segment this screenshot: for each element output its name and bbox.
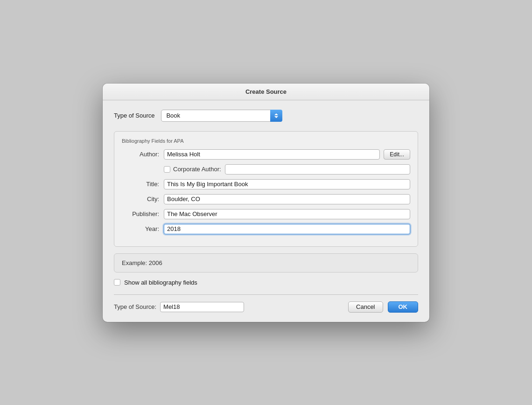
show-all-checkbox[interactable] bbox=[114, 279, 120, 286]
cancel-button[interactable]: Cancel bbox=[348, 301, 383, 313]
corporate-author-row: Corporate Author: bbox=[122, 164, 410, 175]
corporate-author-checkbox-wrapper: Corporate Author: bbox=[164, 166, 221, 173]
corporate-author-checkbox[interactable] bbox=[164, 166, 170, 173]
author-input[interactable] bbox=[164, 149, 380, 160]
source-select-wrapper: Book Book Section Journal Article Articl… bbox=[161, 110, 282, 122]
ok-button[interactable]: OK bbox=[388, 301, 419, 313]
city-row: City: bbox=[122, 194, 410, 204]
title-row: Title: bbox=[122, 179, 410, 189]
dialog-body: Type of Source Book Book Section Journal… bbox=[103, 100, 429, 322]
show-all-label: Show all bibliography fields bbox=[124, 279, 197, 286]
example-box: Example: 2006 bbox=[114, 253, 418, 272]
title-input[interactable] bbox=[164, 179, 410, 189]
publisher-label: Publisher: bbox=[122, 210, 164, 217]
city-input[interactable] bbox=[164, 194, 410, 204]
tag-of-source-section: Type of Source: bbox=[114, 302, 244, 312]
tag-label: Type of Source: bbox=[114, 303, 156, 310]
bottom-row: Type of Source: Cancel OK bbox=[114, 301, 418, 313]
year-row: Year: bbox=[122, 224, 410, 234]
publisher-input[interactable] bbox=[164, 209, 410, 219]
dialog-buttons: Cancel OK bbox=[348, 301, 418, 313]
bibliography-section: Bibliography Fields for APA Author: Edit… bbox=[114, 131, 418, 247]
corporate-author-input[interactable] bbox=[225, 164, 410, 175]
publisher-row: Publisher: bbox=[122, 209, 410, 219]
dialog-titlebar: Create Source bbox=[103, 84, 429, 100]
type-of-source-row: Type of Source Book Book Section Journal… bbox=[114, 110, 418, 122]
year-label: Year: bbox=[122, 225, 164, 232]
dialog-title: Create Source bbox=[245, 88, 287, 95]
source-type-select[interactable]: Book Book Section Journal Article Articl… bbox=[161, 110, 282, 122]
divider bbox=[114, 294, 418, 295]
title-label: Title: bbox=[122, 181, 164, 188]
bibliography-section-label: Bibliography Fields for APA bbox=[122, 138, 410, 144]
author-row: Author: Edit... bbox=[122, 149, 410, 160]
year-input[interactable] bbox=[164, 224, 410, 234]
example-text: Example: 2006 bbox=[122, 259, 162, 266]
city-label: City: bbox=[122, 196, 164, 202]
edit-button[interactable]: Edit... bbox=[384, 149, 410, 160]
author-label: Author: bbox=[122, 151, 164, 158]
tag-input[interactable] bbox=[160, 302, 244, 312]
show-all-row: Show all bibliography fields bbox=[114, 279, 418, 286]
create-source-dialog: Create Source Type of Source Book Book S… bbox=[103, 84, 429, 322]
corporate-author-label: Corporate Author: bbox=[173, 166, 221, 173]
type-of-source-label: Type of Source bbox=[114, 112, 154, 119]
